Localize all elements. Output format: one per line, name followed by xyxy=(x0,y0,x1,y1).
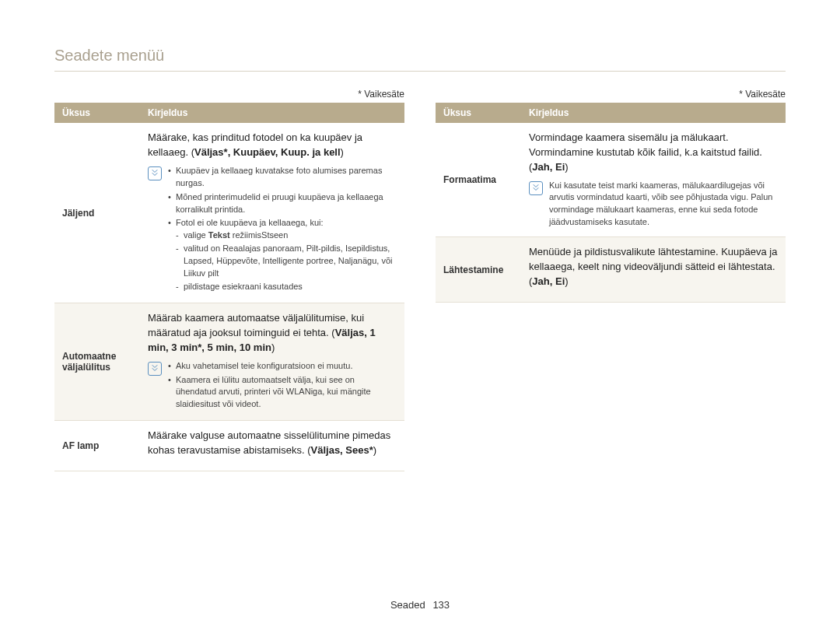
item-desc: Määrake valguse automaatne sisselülitumi… xyxy=(140,421,404,471)
left-column: * Vaikesäte Üksus Kirjeldus Jäljend Määr… xyxy=(54,89,404,471)
th-desc: Kirjeldus xyxy=(521,103,786,123)
note-body: Aku vahetamisel teie konfiguratsioon ei … xyxy=(168,360,397,413)
row-jaljend: Jäljend Määrake, kas prinditud fotodel o… xyxy=(54,123,404,303)
desc-close: ) xyxy=(341,146,344,158)
page-title: Seadete menüü xyxy=(54,47,786,72)
row-automaatne: Automaatne väljalülitus Määrab kaamera a… xyxy=(54,303,404,421)
row-formaatima: Formaatima Vormindage kaamera sisemälu j… xyxy=(436,123,786,237)
content-columns: * Vaikesäte Üksus Kirjeldus Jäljend Määr… xyxy=(54,89,786,471)
note-block: Kui kasutate teist marki kaameras, mäluk… xyxy=(529,180,778,229)
footer-page: 133 xyxy=(432,599,450,611)
item-label: Lähtestamine xyxy=(436,237,521,303)
note-bullet: Aku vahetamisel teie konfiguratsioon ei … xyxy=(168,360,397,373)
note-bullet: Mõned printerimudelid ei pruugi kuupäeva… xyxy=(168,191,397,216)
note-block: Kuupäev ja kellaaeg kuvatakse foto alumi… xyxy=(148,165,397,295)
row-aflamp: AF lamp Määrake valguse automaatne sisse… xyxy=(54,421,404,471)
desc-text: Määrab kaamera automaatse väljalülitumis… xyxy=(148,312,364,338)
note-block: Aku vahetamisel teie konfiguratsioon ei … xyxy=(148,360,397,413)
note-text: Fotol ei ole kuupäeva ja kellaaega, kui: xyxy=(176,218,324,227)
desc-main: Määrab kaamera automaatse väljalülitumis… xyxy=(148,311,397,356)
note-bold: Tekst xyxy=(208,230,230,240)
settings-table-right: Üksus Kirjeldus Formaatima Vormindage ka… xyxy=(436,103,786,303)
desc-main: Määrake valguse automaatne sisselülitumi… xyxy=(148,429,397,458)
note-sub: valige Tekst režiimisStseen xyxy=(176,229,397,242)
note-body: Kui kasutate teist marki kaameras, mäluk… xyxy=(549,180,778,229)
desc-options: Jah, Ei xyxy=(532,275,565,287)
note-icon xyxy=(148,362,162,376)
default-note-right: * Vaikesäte xyxy=(436,89,786,100)
item-label: Formaatima xyxy=(436,123,521,237)
note-icon xyxy=(148,166,162,180)
item-desc: Menüüde ja pildistusvalikute lähtestamin… xyxy=(521,237,786,303)
note-bullet: Kuupäev ja kellaaeg kuvatakse foto alumi… xyxy=(168,165,397,190)
item-desc: Vormindage kaamera sisemälu ja mälukaart… xyxy=(521,123,786,237)
settings-table-left: Üksus Kirjeldus Jäljend Määrake, kas pri… xyxy=(54,103,404,471)
desc-options: Jah, Ei xyxy=(532,161,565,173)
th-desc: Kirjeldus xyxy=(140,103,404,123)
item-desc: Määrab kaamera automaatse väljalülitumis… xyxy=(140,303,404,421)
right-column: * Vaikesäte Üksus Kirjeldus Formaatima V… xyxy=(436,89,786,471)
table-header-row: Üksus Kirjeldus xyxy=(54,103,404,123)
note-icon xyxy=(529,181,543,195)
note-text: valige xyxy=(184,230,208,240)
table-header-row: Üksus Kirjeldus xyxy=(436,103,786,123)
desc-main: Menüüde ja pildistusvalikute lähtestamin… xyxy=(529,245,778,289)
item-label: Jäljend xyxy=(54,123,140,303)
note-text: režiimisStseen xyxy=(230,230,289,240)
item-label: AF lamp xyxy=(54,421,140,471)
note-bullet: Kaamera ei lülitu automaatselt välja, ku… xyxy=(168,374,397,412)
default-note-left: * Vaikesäte xyxy=(54,89,404,100)
page-footer: Seaded 133 xyxy=(0,599,840,611)
desc-close: ) xyxy=(565,161,568,173)
desc-close: ) xyxy=(271,342,275,353)
row-lahtestamine: Lähtestamine Menüüde ja pildistusvalikut… xyxy=(436,237,786,303)
item-label: Automaatne väljalülitus xyxy=(54,303,140,421)
item-desc: Määrake, kas prinditud fotodel on ka kuu… xyxy=(140,123,404,303)
th-item: Üksus xyxy=(54,103,140,123)
note-body: Kuupäev ja kellaaeg kuvatakse foto alumi… xyxy=(168,165,397,295)
desc-close: ) xyxy=(565,275,568,287)
note-sub: valitud on Reaalajas panoraam, Pilt-pild… xyxy=(176,243,397,280)
desc-options: Väljas*, Kuupäev, Kuup. ja kell xyxy=(194,146,341,158)
desc-main: Määrake, kas prinditud fotodel on ka kuu… xyxy=(148,131,397,160)
desc-options: Väljas, Sees* xyxy=(311,444,373,456)
th-item: Üksus xyxy=(436,103,521,123)
note-bullet: Fotol ei ole kuupäeva ja kellaaega, kui:… xyxy=(168,217,397,293)
footer-section: Seaded xyxy=(390,599,425,611)
note-sub: pildistage esiekraani kasutades xyxy=(176,281,397,293)
desc-main: Vormindage kaamera sisemälu ja mälukaart… xyxy=(529,131,778,175)
desc-close: ) xyxy=(373,444,376,456)
